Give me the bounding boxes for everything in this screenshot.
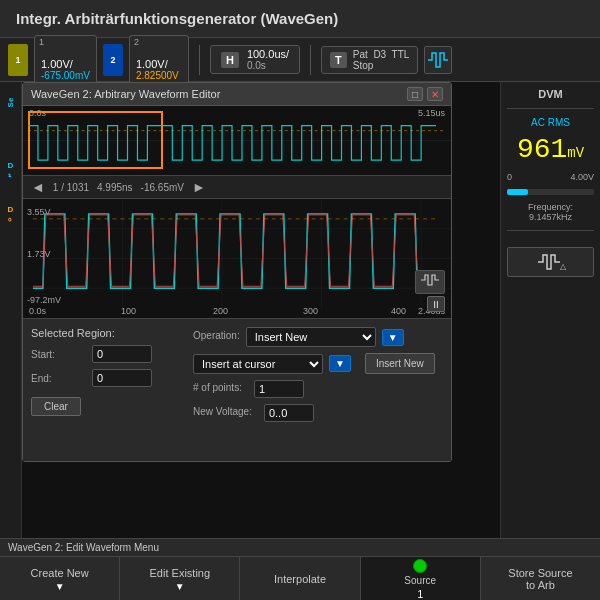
ch1-button[interactable]: 1 [8, 44, 28, 76]
create-new-btn[interactable]: Create New ▼ [0, 557, 120, 600]
store-source-btn[interactable]: Store Source to Arb [481, 557, 600, 600]
svg-text:△▽: △▽ [560, 262, 566, 271]
create-new-arrow: ▼ [55, 581, 65, 592]
dialog-close-btn[interactable]: ✕ [427, 87, 443, 101]
wave-overview: 0.0s 5.15us [23, 106, 451, 176]
new-voltage-group: New Voltage: [193, 404, 443, 422]
ch2-value2: 2.82500V [136, 70, 179, 81]
source-num: 1 [417, 588, 423, 600]
edit-existing-label: Edit Existing [150, 567, 211, 579]
nav-position: 1 / 1031 [53, 182, 89, 193]
separator2 [310, 45, 311, 75]
t-label: T [330, 52, 347, 68]
bottom-menu-label: WaveGen 2: Edit Waveform Menu [0, 539, 600, 557]
start-input[interactable] [92, 345, 152, 363]
sidebar-d0: D₀ [8, 205, 14, 223]
bottom-buttons: Create New ▼ Edit Existing ▼ Interpolate… [0, 557, 600, 600]
interpolate-btn[interactable]: Interpolate [240, 557, 360, 600]
wave-detail: 3.55V 1.73V -97.2mV 0.0s 2.40us 100 200 … [23, 199, 451, 319]
clear-btn[interactable]: Clear [31, 397, 81, 416]
edit-existing-arrow: ▼ [175, 581, 185, 592]
region-controls: Selected Region: Start: End: Clear [31, 327, 181, 453]
dvm-scale-fill [507, 189, 528, 195]
end-field-group: End: [31, 369, 181, 387]
dvm-value: 961mV [507, 136, 594, 164]
ch1-settings: 1 1.00V/ -675.00mV [34, 35, 97, 84]
dvm-scale-bar [507, 189, 594, 195]
ch2-button[interactable]: 2 [103, 44, 123, 76]
interpolate-label: Interpolate [274, 573, 326, 585]
title-bar: Integr. Arbiträrfunktionsgenerator (Wave… [0, 0, 600, 38]
dvm-scale-min: 0 [507, 172, 512, 182]
ch1-label: 1 [39, 37, 44, 47]
insert-cursor-group: Insert at cursor ▼ Insert New [193, 353, 443, 374]
page-title: Integr. Arbiträrfunktionsgenerator (Wave… [16, 10, 338, 27]
dvm-sep [507, 108, 594, 109]
dvm-mode: AC RMS [507, 117, 594, 128]
dvm-sep2 [507, 230, 594, 231]
nav-left-btn[interactable]: ◄ [31, 179, 45, 195]
sidebar-d1: D₁ [8, 161, 14, 179]
trigger-info: Pat D3 TTL Stop [353, 49, 410, 71]
horizontal-settings: H 100.0us/ 0.0s [210, 45, 300, 74]
dialog-controls: □ ✕ [407, 87, 443, 101]
ch1-value2: -675.00mV [41, 70, 90, 81]
dvm-scale-max: 4.00V [570, 172, 594, 182]
h-value2: 0.0s [247, 60, 289, 71]
wavegen-dialog: WaveGen 2: Arbitrary Waveform Editor □ ✕… [22, 82, 452, 462]
trigger-settings: T Pat D3 TTL Stop [321, 46, 418, 74]
trigger-stop: Stop [353, 60, 410, 71]
op-label: Operation: [193, 330, 240, 341]
num-points-group: # of points: [193, 380, 443, 398]
insert-cursor-select-group: Insert at cursor ▼ [193, 354, 351, 374]
insert-cursor-dropdown-btn[interactable]: ▼ [329, 355, 351, 372]
store-label: Store Source [508, 567, 572, 579]
pause-btn[interactable]: ⏸ [427, 296, 445, 312]
num-points-label: # of points: [193, 382, 242, 393]
h-value1: 100.0us/ [247, 48, 289, 60]
region-title: Selected Region: [31, 327, 181, 339]
source-indicator [413, 559, 427, 573]
scope-area: WaveGen 2: Arbitrary Waveform Editor □ ✕… [22, 82, 500, 538]
toolbar: 1 1 1.00V/ -675.00mV 2 2 1.00V/ 2.82500V… [0, 38, 600, 82]
control-panel: Selected Region: Start: End: Clear Opera… [23, 319, 451, 461]
dvm-waveform-btn[interactable]: △▽ [507, 247, 594, 277]
main-area: Se D₁ D₀ WaveGen 2: Arbitrary Waveform E… [0, 82, 600, 538]
insert-cursor-select[interactable]: Insert at cursor [193, 354, 323, 374]
source-label: Source [404, 575, 436, 586]
insert-new-btn[interactable]: Insert New [365, 353, 435, 374]
end-label: End: [31, 373, 86, 384]
operation-dropdown-btn[interactable]: ▼ [382, 329, 404, 346]
wavegen-titlebar: WaveGen 2: Arbitrary Waveform Editor □ ✕ [23, 83, 451, 106]
create-new-label: Create New [31, 567, 89, 579]
wave-type-icon[interactable] [415, 270, 445, 294]
wavegen-dialog-title: WaveGen 2: Arbitrary Waveform Editor [31, 88, 220, 100]
start-field-group: Start: [31, 345, 181, 363]
ch2-settings: 2 1.00V/ 2.82500V [129, 35, 189, 84]
sidebar-se: Se [4, 98, 17, 108]
source-btn[interactable]: Source 1 [361, 557, 481, 600]
ch2-label: 2 [134, 37, 139, 47]
operation-select-group: Insert New ▼ [246, 327, 404, 347]
new-voltage-label: New Voltage: [193, 406, 252, 417]
nav-right-btn[interactable]: ► [192, 179, 206, 195]
dvm-panel: DVM AC RMS 961mV 0 4.00V Frequency: 9.14… [500, 82, 600, 538]
edit-existing-btn[interactable]: Edit Existing ▼ [120, 557, 240, 600]
operation-group: Operation: Insert New ▼ [193, 327, 443, 347]
operation-select[interactable]: Insert New [246, 327, 376, 347]
separator [199, 45, 200, 75]
trigger-pat: Pat D3 TTL [353, 49, 410, 60]
dvm-frequency: Frequency: 9.1457kHz [507, 202, 594, 222]
store-label2: to Arb [526, 579, 555, 591]
new-voltage-input[interactable] [264, 404, 314, 422]
operation-controls: Operation: Insert New ▼ Insert at cursor [193, 327, 443, 453]
waveform-shape-icon[interactable] [424, 46, 452, 74]
dialog-minimize-btn[interactable]: □ [407, 87, 423, 101]
nav-time-val: 4.995ns [97, 182, 133, 193]
bottom-bar: WaveGen 2: Edit Waveform Menu Create New… [0, 538, 600, 600]
num-points-input[interactable] [254, 380, 304, 398]
dvm-title: DVM [507, 88, 594, 100]
nav-volt-val: -16.65mV [141, 182, 184, 193]
end-input[interactable] [92, 369, 152, 387]
h-label: H [221, 52, 239, 68]
